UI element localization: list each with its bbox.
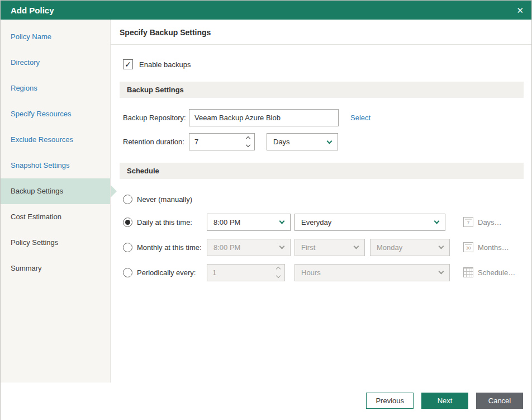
cancel-button[interactable]: Cancel (476, 393, 523, 409)
daily-frequency-value: Everyday (301, 218, 331, 226)
spinner-up-button[interactable] (242, 134, 254, 142)
backup-repository-label: Backup Repository: (123, 114, 189, 122)
chevron-up-icon (276, 267, 281, 271)
schedule-button[interactable]: Schedule… (463, 267, 524, 277)
close-icon[interactable]: ✕ (516, 6, 524, 15)
backup-repository-input[interactable] (189, 109, 339, 126)
days-button-label: Days… (478, 218, 502, 226)
periodic-value-input[interactable] (207, 265, 272, 281)
monthly-week-value: First (301, 243, 315, 252)
periodic-option-row: Periodically every: Hours (123, 263, 524, 281)
calendar-grid-icon (463, 267, 473, 277)
chevron-down-icon (327, 138, 332, 144)
backup-settings-section-header: Backup Settings (120, 82, 524, 98)
chevron-down-icon (276, 273, 281, 278)
periodic-radio[interactable] (123, 268, 132, 277)
monthly-weekday-dropdown[interactable]: Monday (370, 239, 450, 256)
days-button[interactable]: 7 Days… (463, 217, 524, 227)
schedule-section-header: Schedule (120, 163, 524, 179)
monthly-weekday-value: Monday (377, 243, 402, 252)
page-title: Specify Backup Settings (111, 20, 531, 45)
retention-duration-input[interactable] (189, 134, 242, 150)
daily-label: Daily at this time: (137, 218, 192, 226)
sidebar-item-exclude-resources[interactable]: Exclude Resources (1, 127, 110, 153)
chevron-down-icon (246, 143, 250, 147)
chevron-down-icon (434, 219, 440, 224)
periodic-unit-dropdown[interactable]: Hours (294, 264, 450, 281)
daily-radio[interactable] (123, 218, 132, 227)
monthly-label: Monthly at this time: (137, 243, 202, 252)
calendar-days-icon: 7 (463, 217, 473, 227)
sidebar-item-directory[interactable]: Directory (1, 50, 110, 75)
sidebar-item-specify-resources[interactable]: Specify Resources (1, 101, 110, 127)
chevron-down-icon (439, 269, 444, 275)
chevron-down-icon (439, 244, 444, 249)
sidebar-item-snapshot-settings[interactable]: Snapshot Settings (1, 153, 110, 178)
spinner-up-button[interactable] (272, 265, 284, 273)
months-button[interactable]: 30 Months… (463, 242, 524, 252)
chevron-down-icon (279, 244, 285, 249)
monthly-time-dropdown[interactable]: 8:00 PM (207, 239, 291, 256)
sidebar-item-policy-settings[interactable]: Policy Settings (1, 230, 110, 256)
spinner-down-button[interactable] (242, 142, 254, 150)
periodic-unit-value: Hours (301, 268, 321, 277)
sidebar-item-policy-name[interactable]: Policy Name (1, 24, 110, 50)
monthly-option-row: Monthly at this time: 8:00 PM First Mond… (123, 238, 524, 256)
dialog-titlebar: Add Policy ✕ (1, 1, 531, 20)
sidebar-item-backup-settings[interactable]: Backup Settings (1, 178, 110, 204)
never-radio[interactable] (123, 195, 132, 204)
never-option-row: Never (manually) (123, 192, 524, 206)
retention-duration-label: Retention duration: (123, 138, 189, 146)
dialog-footer: Previous Next Cancel (366, 393, 523, 409)
sidebar-item-summary[interactable]: Summary (1, 256, 110, 281)
chevron-down-icon (354, 244, 359, 249)
enable-backups-checkbox[interactable]: ✓ (123, 59, 133, 69)
never-label: Never (manually) (137, 195, 192, 204)
monthly-time-value: 8:00 PM (213, 243, 240, 252)
add-policy-dialog: Add Policy ✕ Policy Name Directory Regio… (0, 0, 532, 420)
chevron-down-icon (279, 219, 285, 224)
sidebar-item-regions[interactable]: Regions (1, 75, 110, 101)
retention-unit-dropdown[interactable]: Days (267, 133, 338, 150)
calendar-months-icon: 30 (463, 242, 473, 252)
previous-button[interactable]: Previous (366, 393, 414, 409)
monthly-radio[interactable] (123, 243, 132, 252)
retention-duration-stepper[interactable] (189, 133, 255, 150)
schedule-button-label: Schedule… (478, 268, 515, 277)
wizard-steps-sidebar: Policy Name Directory Regions Specify Re… (1, 20, 111, 383)
sidebar-item-cost-estimation[interactable]: Cost Estimation (1, 204, 110, 230)
monthly-week-dropdown[interactable]: First (294, 239, 365, 256)
periodic-value-stepper[interactable] (207, 264, 285, 281)
daily-time-value: 8:00 PM (213, 218, 240, 226)
check-icon: ✓ (125, 60, 131, 68)
next-button[interactable]: Next (421, 393, 468, 409)
enable-backups-label: Enable backups (139, 60, 191, 69)
daily-frequency-dropdown[interactable]: Everyday (294, 214, 445, 231)
daily-option-row: Daily at this time: 8:00 PM Everyday 7 D… (123, 213, 524, 231)
spinner-down-button[interactable] (272, 272, 284, 281)
enable-backups-row: ✓ Enable backups (123, 59, 524, 69)
months-button-label: Months… (478, 243, 509, 252)
main-panel: Specify Backup Settings ✓ Enable backups… (111, 20, 531, 420)
daily-time-dropdown[interactable]: 8:00 PM (207, 214, 291, 231)
retention-unit-value: Days (273, 138, 290, 146)
periodic-label: Periodically every: (137, 268, 196, 277)
dialog-title: Add Policy (11, 6, 54, 15)
chevron-up-icon (246, 136, 250, 141)
select-repository-link[interactable]: Select (350, 114, 370, 122)
